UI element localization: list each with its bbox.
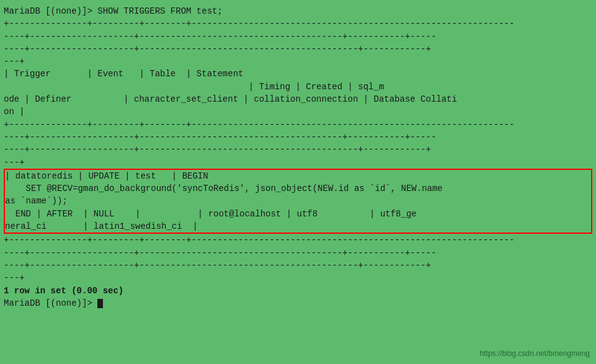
result-line: 1 row in set (0.00 sec) [4, 285, 592, 297]
line-3: ----+--------------------+--------------… [4, 30, 592, 43]
line-15: ----+--------------------+--------------… [4, 247, 592, 259]
hl-line-1: | datatoredis | UPDATE | test | BEGIN [5, 170, 591, 182]
line-17: ---+ [4, 272, 592, 284]
line-12: ----+--------------------+--------------… [4, 143, 592, 156]
line-16: ----+--------------------+--------------… [4, 259, 592, 272]
line-4: ----+--------------------+--------------… [4, 43, 592, 55]
hl-line-3: as `name`)); [5, 195, 591, 207]
highlighted-section: | datatoredis | UPDATE | test | BEGIN SE… [4, 169, 592, 234]
line-10: +---------------+---------+--------+----… [4, 118, 592, 131]
hl-line-5: neral_ci | latin1_swedish_ci | [5, 220, 591, 233]
line-5: ---+ [4, 55, 592, 68]
terminal-output: MariaDB [(none)]> SHOW TRIGGERS FROM tes… [4, 5, 592, 309]
line-9: on | [4, 105, 592, 118]
hl-line-4: END | AFTER | NULL | | root@localhost | … [5, 208, 591, 220]
line-14: +---------------+---------+--------+----… [4, 234, 592, 246]
line-11: ----+--------------------+--------------… [4, 131, 592, 143]
hl-line-2: SET @RECV=gman_do_background('syncToRedi… [5, 182, 591, 195]
line-13: ---+ [4, 156, 592, 169]
cursor [97, 299, 103, 308]
line-6: | Trigger | Event | Table | Statement [4, 68, 592, 80]
line-2: +---------------+---------+--------+----… [4, 17, 592, 30]
line-7: | Timing | Created | sql_m [4, 81, 592, 93]
watermark: https://blog.csdn.net/bmengmeng [480, 349, 590, 358]
line-8: ode | Definer | character_set_client | c… [4, 93, 592, 105]
prompt-line[interactable]: MariaDB [(none)]> [4, 297, 592, 309]
terminal-window: MariaDB [(none)]> SHOW TRIGGERS FROM tes… [0, 0, 596, 364]
line-1: MariaDB [(none)]> SHOW TRIGGERS FROM tes… [4, 5, 592, 17]
prompt-text: MariaDB [(none)]> [4, 298, 97, 308]
